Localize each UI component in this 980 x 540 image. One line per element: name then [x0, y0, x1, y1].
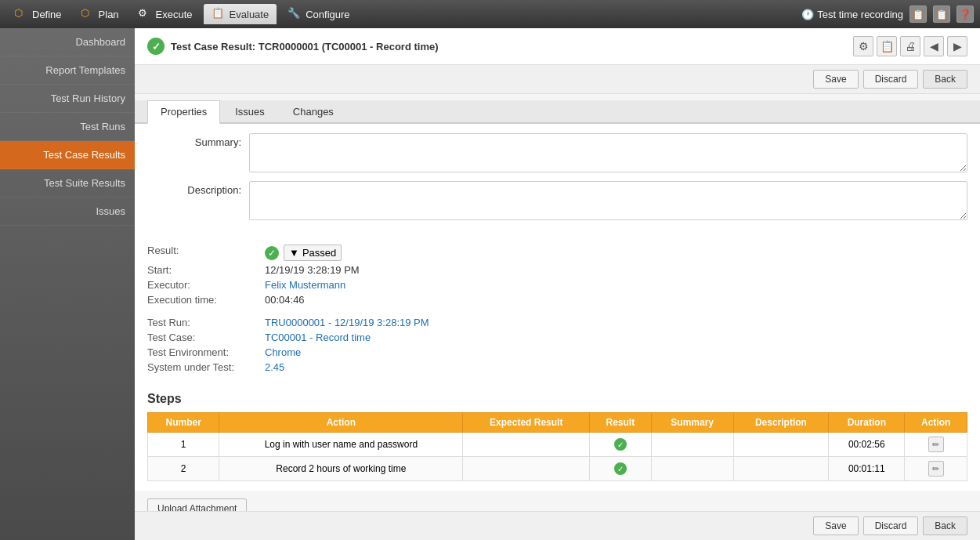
summary-input[interactable]	[249, 133, 967, 172]
page-title: ✓ Test Case Result: TCR0000001 (TC00001 …	[147, 38, 439, 55]
test-environment-value[interactable]: Chrome	[265, 346, 301, 358]
bottom-save-button[interactable]: Save	[813, 516, 858, 535]
col-duration: Duration	[829, 413, 905, 433]
executor-label: Executor:	[147, 279, 265, 291]
nav-configure-label: Configure	[306, 9, 349, 20]
step-2-expected-result	[463, 457, 590, 481]
step-2-pass-icon: ✓	[614, 462, 627, 475]
form-area: Summary: Description:	[135, 124, 980, 238]
sidebar-item-test-run-history[interactable]: Test Run History	[0, 85, 135, 113]
nav-configure[interactable]: 🔧 Configure	[280, 4, 357, 24]
sidebar-item-report-templates[interactable]: Report Templates	[0, 56, 135, 85]
plan-icon: ⬡	[81, 7, 95, 21]
result-row: Result: ✓ ▼ Passed	[147, 245, 967, 261]
bottom-buttons-row: Save Discard Back	[135, 511, 980, 540]
prev-action-icon[interactable]: ◀	[924, 36, 944, 56]
sidebar-item-issues[interactable]: Issues	[0, 198, 135, 226]
tab-properties[interactable]: Properties	[147, 100, 220, 124]
page-title-text: Test Case Result: TCR0000001 (TC00001 - …	[171, 41, 439, 53]
nav-plan-label: Plan	[99, 9, 119, 20]
sidebar-report-templates-label: Report Templates	[45, 64, 125, 76]
executor-value[interactable]: Felix Mustermann	[265, 279, 345, 291]
step-1-expected-result	[463, 433, 590, 457]
nav-icon-1[interactable]: 📋	[909, 5, 927, 23]
result-value: Passed	[302, 247, 336, 259]
step-2-action-cell: ✏	[905, 457, 967, 481]
step-2-edit-icon[interactable]: ✏	[928, 461, 944, 477]
sidebar-dashboard-label: Dashboard	[75, 36, 125, 48]
step-1-description	[733, 433, 829, 457]
checkmark-icon: ✓	[152, 41, 161, 53]
sidebar-item-test-case-results[interactable]: Test Case Results	[0, 141, 135, 169]
sidebar: Dashboard Report Templates Test Run Hist…	[0, 28, 135, 540]
sidebar-item-test-runs[interactable]: Test Runs	[0, 113, 135, 141]
step-2-result: ✓	[590, 457, 652, 481]
col-action-header: Action	[905, 413, 967, 433]
clock-icon: 🕐	[801, 9, 814, 20]
system-under-test-row: System under Test: 2.45	[147, 361, 967, 373]
nav-right: 🕐 Test time recording 📋 📋 ❓	[801, 5, 974, 23]
step-row-1: 1 Log in with user name and password ✓ 0…	[148, 433, 967, 457]
system-under-test-value[interactable]: 2.45	[265, 361, 284, 373]
bottom-back-button[interactable]: Back	[923, 516, 967, 535]
next-action-icon[interactable]: ▶	[947, 36, 967, 56]
test-case-row: Test Case: TC00001 - Record time	[147, 332, 967, 343]
top-navigation: ⬡ Define ⬡ Plan ⚙ Execute 📋 Evaluate 🔧 C…	[0, 0, 980, 28]
result-value-row: ✓ ▼ Passed	[265, 245, 342, 261]
step-2-action: Record 2 hours of working time	[219, 457, 463, 481]
nav-evaluate[interactable]: 📋 Evaluate	[204, 4, 277, 24]
steps-title: Steps	[147, 392, 967, 406]
nav-define-label: Define	[32, 9, 62, 20]
settings-action-icon[interactable]: ⚙	[853, 36, 873, 56]
test-time-recording-label: Test time recording	[817, 9, 903, 20]
start-row: Start: 12/19/19 3:28:19 PM	[147, 264, 967, 276]
tab-issues[interactable]: Issues	[222, 100, 278, 122]
description-field	[249, 181, 967, 223]
save-button[interactable]: Save	[813, 70, 858, 89]
sidebar-issues-label: Issues	[96, 205, 125, 217]
steps-header-row: Number Action Expected Result Result Sum…	[148, 413, 967, 433]
step-1-summary	[651, 433, 733, 457]
nav-icon-2[interactable]: 📋	[933, 5, 950, 23]
bottom-discard-button[interactable]: Discard	[863, 516, 919, 535]
copy-action-icon[interactable]: 📋	[877, 36, 897, 56]
nav-define[interactable]: ⬡ Define	[6, 4, 70, 24]
test-case-value[interactable]: TC00001 - Record time	[265, 332, 371, 343]
main-layout: Dashboard Report Templates Test Run Hist…	[0, 28, 980, 540]
executor-row: Executor: Felix Mustermann	[147, 279, 967, 291]
step-1-duration: 00:02:56	[829, 433, 905, 457]
step-2-summary	[651, 457, 733, 481]
result-label: Result:	[147, 245, 265, 261]
test-time-recording[interactable]: 🕐 Test time recording	[801, 9, 903, 20]
test-run-label: Test Run:	[147, 317, 265, 328]
back-button[interactable]: Back	[923, 70, 967, 89]
page-actions: ⚙ 📋 🖨 ◀ ▶	[853, 36, 967, 56]
test-environment-row: Test Environment: Chrome	[147, 346, 967, 358]
system-under-test-label: System under Test:	[147, 361, 265, 373]
execution-time-value: 00:04:46	[265, 294, 305, 306]
nav-evaluate-label: Evaluate	[230, 9, 269, 20]
description-input[interactable]	[249, 181, 967, 220]
sidebar-item-dashboard[interactable]: Dashboard	[0, 28, 135, 56]
nav-help-icon[interactable]: ❓	[956, 5, 974, 23]
result-dropdown[interactable]: ▼ Passed	[284, 245, 342, 261]
start-value: 12/19/19 3:28:19 PM	[265, 264, 360, 276]
tab-changes[interactable]: Changes	[280, 100, 347, 122]
sidebar-item-test-suite-results[interactable]: Test Suite Results	[0, 169, 135, 198]
description-label: Description:	[147, 181, 249, 196]
summary-field	[249, 133, 967, 175]
test-run-value[interactable]: TRU0000001 - 12/19/19 3:28:19 PM	[265, 317, 429, 328]
nav-plan[interactable]: ⬡ Plan	[73, 4, 127, 24]
nav-execute[interactable]: ⚙ Execute	[130, 4, 201, 24]
summary-label: Summary:	[147, 133, 249, 148]
print-action-icon[interactable]: 🖨	[900, 36, 920, 56]
step-1-edit-icon[interactable]: ✏	[928, 437, 944, 452]
info-grid: Result: ✓ ▼ Passed Start: 12/19/19 3:28:…	[135, 238, 980, 382]
page-title-icon: ✓	[147, 38, 165, 55]
test-environment-label: Test Environment:	[147, 346, 265, 358]
discard-button[interactable]: Discard	[863, 70, 919, 89]
step-2-duration: 00:01:11	[829, 457, 905, 481]
step-row-2: 2 Record 2 hours of working time ✓ 00:01…	[148, 457, 967, 481]
nav-execute-label: Execute	[156, 9, 193, 20]
sidebar-test-suite-results-label: Test Suite Results	[44, 177, 125, 189]
